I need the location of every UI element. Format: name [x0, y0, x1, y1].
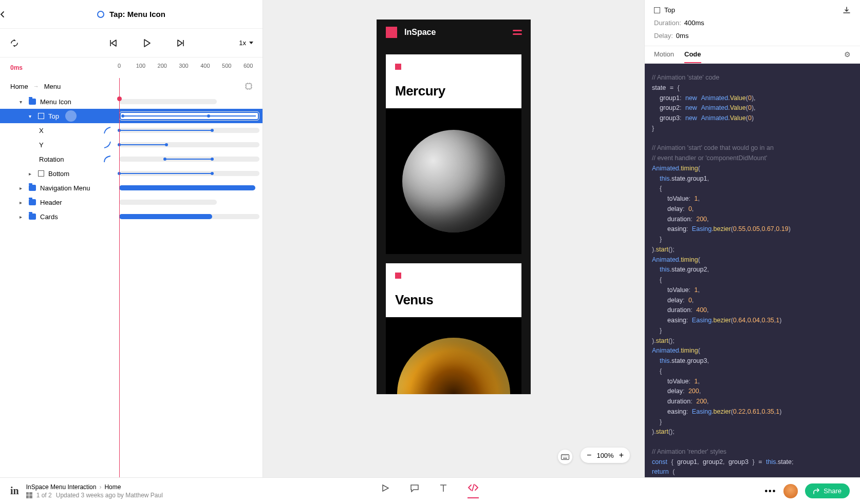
preview-mode-button[interactable]	[381, 484, 389, 498]
card-accent	[395, 273, 401, 279]
layer-navigation-menu[interactable]: ▸ Navigation Menu	[0, 184, 119, 192]
chevron-right-icon: →	[33, 83, 39, 89]
time-ruler[interactable]: 0 100 200 300 400 500 600	[119, 57, 263, 78]
layer-y[interactable]: Y	[0, 141, 119, 149]
rect-icon	[38, 170, 44, 177]
app-logo[interactable]: in	[10, 485, 19, 497]
layer-label: Y	[39, 141, 44, 149]
project-name[interactable]: InSpace Menu Interaction	[26, 483, 97, 491]
caret-down-icon[interactable]: ▾	[20, 99, 25, 105]
user-avatar[interactable]	[783, 484, 798, 498]
menu-icon[interactable]	[513, 30, 521, 35]
timeline-bar-cards[interactable]	[119, 214, 212, 219]
layer-label: Navigation Menu	[40, 184, 90, 192]
ease-icon[interactable]	[104, 141, 111, 148]
play-button[interactable]	[142, 38, 152, 48]
tick: 100	[136, 63, 145, 69]
tick: 600	[244, 63, 253, 69]
zoom-value: 100%	[596, 452, 613, 459]
selection-handle[interactable]	[65, 110, 77, 122]
layer-label: Top	[48, 112, 59, 120]
layer-label: Bottom	[48, 170, 69, 178]
breadcrumb-start[interactable]: Home	[10, 83, 28, 90]
folder-icon	[29, 99, 36, 105]
rect-icon	[38, 113, 44, 119]
card-title: Mercury	[395, 83, 512, 99]
ease-icon[interactable]	[104, 156, 111, 163]
timeline-bar-top[interactable]	[119, 111, 259, 121]
more-button[interactable]: •••	[764, 487, 776, 496]
tab-code[interactable]: Code	[684, 50, 701, 63]
share-button[interactable]: Share	[805, 483, 850, 498]
layer-bottom[interactable]: ▸ Bottom	[0, 170, 119, 178]
comment-mode-button[interactable]	[410, 484, 419, 498]
layer-cards[interactable]: ▸ Cards	[0, 213, 119, 221]
svg-rect-1	[562, 454, 569, 459]
breadcrumb-end[interactable]: Menu	[44, 83, 61, 90]
code-mode-button[interactable]	[468, 484, 479, 498]
svg-rect-6	[563, 458, 567, 458]
download-button[interactable]	[843, 6, 851, 14]
caret-right-icon[interactable]: ▸	[20, 185, 25, 191]
svg-rect-0	[246, 84, 251, 89]
share-label: Share	[824, 487, 842, 495]
folder-icon	[29, 214, 36, 220]
brand-title: InSpace	[404, 28, 436, 37]
layer-label: Rotation	[39, 156, 64, 163]
layer-label: Menu Icon	[40, 98, 71, 106]
interaction-title: Tap: Menu Icon	[109, 10, 165, 18]
card-accent	[395, 64, 401, 70]
tab-motion[interactable]: Motion	[654, 50, 674, 63]
svg-point-2	[562, 455, 563, 456]
tick: 200	[158, 63, 167, 69]
timeline-bar-rotation[interactable]	[165, 159, 212, 160]
zoom-out-button[interactable]: −	[587, 451, 591, 460]
settings-button[interactable]: ⚙	[844, 50, 851, 63]
duration-value: 400ms	[684, 19, 704, 27]
timeline-bar-x[interactable]	[119, 130, 212, 131]
duration-key: Duration:	[654, 19, 681, 27]
grid-icon[interactable]	[26, 492, 32, 498]
layer-top[interactable]: ▾ Top	[0, 110, 119, 122]
layer-label: Cards	[40, 213, 58, 221]
back-button[interactable]	[0, 11, 29, 18]
speed-label: 1x	[239, 39, 246, 47]
tick: 500	[222, 63, 231, 69]
skip-forward-button[interactable]	[176, 38, 186, 48]
brand-logo	[386, 27, 397, 38]
preview-canvas[interactable]: InSpace Mercury Venus	[377, 20, 531, 394]
timeline-bar-bottom[interactable]	[119, 173, 212, 174]
skip-back-button[interactable]	[108, 38, 118, 48]
layer-label: X	[39, 127, 44, 134]
selected-layer: Top	[664, 6, 675, 14]
timeline-bar-y[interactable]	[119, 144, 166, 145]
code-output[interactable]: // Animation 'state' code state = { grou…	[645, 64, 860, 477]
delay-key: Delay:	[654, 32, 673, 40]
speed-selector[interactable]: 1x	[222, 39, 253, 47]
layer-menu-icon[interactable]: ▾ Menu Icon	[0, 98, 119, 106]
layer-header[interactable]: ▸ Header	[0, 199, 119, 206]
card-image-mercury	[386, 108, 521, 254]
text-mode-button[interactable]	[440, 484, 447, 498]
card-title: Venus	[395, 292, 512, 308]
timeline-bar-nav[interactable]	[119, 185, 255, 190]
caret-down-icon[interactable]: ▾	[29, 113, 34, 119]
layer-label: Header	[40, 199, 62, 206]
caret-right-icon[interactable]: ▸	[29, 171, 34, 177]
playhead-time: 0ms	[10, 64, 23, 71]
keyboard-toggle[interactable]	[558, 450, 572, 464]
ease-icon[interactable]	[104, 127, 111, 134]
layer-x[interactable]: X	[0, 127, 119, 134]
caret-right-icon[interactable]: ▸	[20, 214, 25, 220]
artboard-icon[interactable]	[245, 83, 252, 90]
layer-rotation[interactable]: Rotation	[0, 156, 119, 163]
interaction-icon	[97, 11, 104, 18]
caret-right-icon[interactable]: ▸	[20, 200, 25, 205]
tick: 400	[200, 63, 210, 69]
screen-name[interactable]: Home	[104, 483, 121, 491]
zoom-in-button[interactable]: +	[619, 451, 624, 460]
loop-button[interactable]	[9, 38, 20, 48]
folder-icon	[29, 185, 36, 191]
folder-icon	[29, 199, 36, 205]
svg-point-4	[565, 455, 566, 456]
